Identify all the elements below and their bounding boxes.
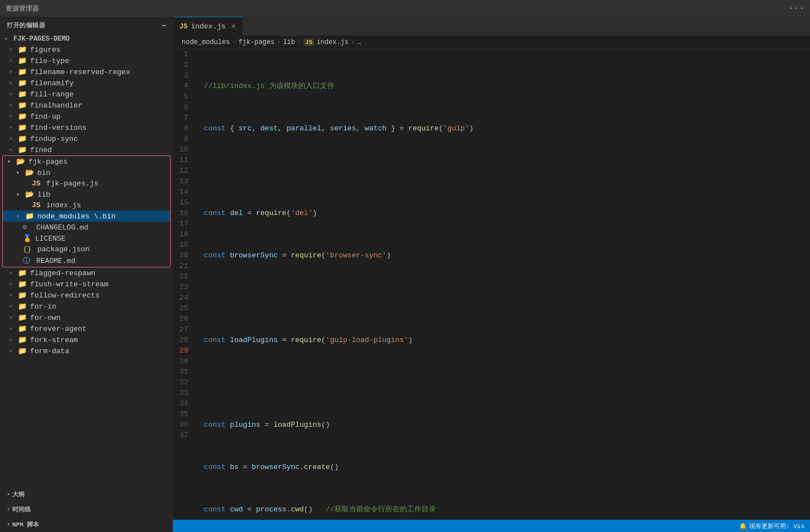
breadcrumb-node-modules: node_modules bbox=[182, 38, 230, 46]
code-line-7: const loadPlugins = require('gulp-load-p… bbox=[195, 335, 810, 345]
title-bar: 资源管理器 ··· bbox=[0, 0, 810, 17]
sidebar-item-forever-agent[interactable]: › 📁 forever-agent bbox=[0, 323, 173, 334]
breadcrumb-fjk-pages: fjk-pages bbox=[239, 38, 275, 46]
sidebar-item-findup-sync[interactable]: › 📁 findup-sync bbox=[0, 133, 173, 144]
npm-scripts-label: NPM 脚本 bbox=[12, 520, 39, 529]
code-line-8 bbox=[195, 377, 810, 388]
folder-open-icon: 📂 bbox=[25, 190, 35, 199]
folder-icon: 📁 bbox=[25, 212, 35, 221]
sidebar-item-bin[interactable]: ▾ 📂 bin bbox=[3, 167, 170, 178]
sidebar-item-lib[interactable]: ▾ 📂 lib bbox=[3, 189, 170, 200]
code-line-6 bbox=[195, 292, 810, 303]
tab-index-js[interactable]: JS index.js × bbox=[173, 17, 243, 36]
js-file-icon: JS bbox=[32, 179, 42, 188]
folder-icon: 📁 bbox=[18, 67, 28, 76]
line-numbers: 1 2 3 4 5 6 7 8 9 10 11 12 13 14 15 16 1… bbox=[173, 49, 193, 520]
editor-area: JS index.js × node_modules › fjk-pages ›… bbox=[173, 17, 810, 532]
root-folder[interactable]: ▾ FJK-PAGES-DEMO bbox=[0, 34, 173, 44]
code-editor[interactable]: 1 2 3 4 5 6 7 8 9 10 11 12 13 14 15 16 1… bbox=[173, 49, 810, 520]
folder-open-icon: 📂 bbox=[25, 168, 35, 177]
code-line-2: const { src, dest, parallel, series, wat… bbox=[195, 123, 810, 134]
folder-icon: 📁 bbox=[18, 56, 28, 65]
sidebar-item-index-js[interactable]: JS index.js bbox=[3, 200, 170, 211]
root-arrow: ▾ bbox=[4, 36, 13, 42]
breadcrumb-js-badge: JS bbox=[303, 38, 314, 46]
folder-open-icon: 📂 bbox=[16, 157, 26, 166]
sidebar-item-finalhandler[interactable]: › 📁 finalhandler bbox=[0, 100, 173, 111]
folder-icon: 📁 bbox=[18, 313, 28, 322]
sidebar-item-follow-redirects[interactable]: › 📁 follow-redirects bbox=[0, 290, 173, 301]
outline-section[interactable]: › 大纲 bbox=[0, 487, 173, 502]
npm-scripts-section[interactable]: › NPM 脚本 bbox=[0, 517, 173, 532]
code-line-11: const cwd = process.cwd() //获取当前命令行所在的工作… bbox=[195, 504, 810, 515]
sidebar-item-filename-reserved[interactable]: › 📁 filename-reserved-regex bbox=[0, 66, 173, 77]
sidebar-tree: › 📁 figures › 📁 file-type › 📁 filename-r… bbox=[0, 44, 173, 487]
sidebar-more-btn[interactable]: ⋯ bbox=[162, 22, 166, 29]
code-line-3 bbox=[195, 165, 810, 176]
folder-icon: 📁 bbox=[18, 291, 28, 300]
sidebar-header: 打开的编辑器 ⋯ bbox=[0, 17, 173, 34]
timeline-label: 时间线 bbox=[12, 505, 31, 514]
sidebar-item-for-own[interactable]: › 📁 for-own bbox=[0, 312, 173, 323]
md-file-icon: ⊘ bbox=[23, 223, 33, 232]
sidebar-item-find-up[interactable]: › 📁 find-up bbox=[0, 111, 173, 122]
sidebar-item-changelog[interactable]: ⊘ CHANGELOG.md bbox=[3, 222, 170, 233]
sidebar-item-figures[interactable]: › 📁 figures bbox=[0, 44, 173, 55]
sidebar-item-package-json[interactable]: {} package.json bbox=[3, 244, 170, 255]
folder-icon: 📁 bbox=[18, 269, 28, 277]
code-content: //lib/index.js 为该模块的入口文件 const { src, de… bbox=[193, 49, 810, 520]
folder-icon: 📁 bbox=[18, 101, 28, 110]
tab-label: index.js bbox=[191, 22, 225, 31]
sidebar-item-fill-range[interactable]: › 📁 fill-range bbox=[0, 89, 173, 100]
folder-icon: 📁 bbox=[18, 302, 28, 311]
tab-close-btn[interactable]: × bbox=[231, 22, 236, 31]
sidebar-item-find-versions[interactable]: › 📁 find-versions bbox=[0, 122, 173, 133]
sidebar-item-node-modules-bin[interactable]: › 📁 node_modules \.bin bbox=[3, 211, 170, 222]
folder-icon: 📁 bbox=[18, 346, 28, 355]
sidebar-item-license[interactable]: 🏅 LICENSE bbox=[3, 233, 170, 244]
breadcrumb-ellipsis: … bbox=[357, 38, 361, 46]
folder-icon: 📁 bbox=[18, 90, 28, 99]
main-layout: 打开的编辑器 ⋯ ▾ FJK-PAGES-DEMO › 📁 figures › … bbox=[0, 17, 810, 532]
license-file-icon: 🏅 bbox=[23, 234, 33, 243]
timeline-section[interactable]: › 时间线 bbox=[0, 502, 173, 517]
info-file-icon: ⓘ bbox=[23, 256, 33, 266]
sidebar-item-file-type[interactable]: › 📁 file-type bbox=[0, 55, 173, 66]
folder-icon: 📁 bbox=[18, 79, 28, 87]
sidebar-item-form-data[interactable]: › 📁 form-data bbox=[0, 345, 173, 357]
sidebar-item-fork-stream[interactable]: › 📁 fork-stream bbox=[0, 334, 173, 345]
sidebar-item-flush-write-stream[interactable]: › 📁 flush-write-stream bbox=[0, 279, 173, 290]
tab-js-icon: JS bbox=[180, 23, 187, 31]
status-bar: 🔔 现有更新可用: Vis bbox=[173, 520, 810, 532]
sidebar: 打开的编辑器 ⋯ ▾ FJK-PAGES-DEMO › 📁 figures › … bbox=[0, 17, 173, 532]
more-options-btn[interactable]: ··· bbox=[788, 3, 804, 13]
title-bar-text: 资源管理器 bbox=[6, 4, 39, 13]
sidebar-item-readme[interactable]: ⓘ README.md bbox=[3, 255, 170, 267]
sidebar-item-fined[interactable]: › 📁 fined bbox=[0, 144, 173, 155]
pkg-file-icon: {} bbox=[23, 245, 33, 253]
code-line-5: const browserSync = require('browser-syn… bbox=[195, 250, 810, 261]
folder-icon: 📁 bbox=[18, 134, 28, 143]
sidebar-item-flagged-respawn[interactable]: › 📁 flagged-respawn bbox=[0, 267, 173, 279]
update-notice-text: 现有更新可用: Vis bbox=[749, 522, 804, 530]
breadcrumb-filename: index.js bbox=[317, 38, 349, 46]
bell-icon: 🔔 bbox=[739, 523, 747, 530]
code-line-4: const del = require('del') bbox=[195, 208, 810, 218]
code-line-10: const bs = browserSync.create() bbox=[195, 462, 810, 472]
sidebar-item-fjk-pages-js[interactable]: JS fjk-pages.js bbox=[3, 178, 170, 189]
open-editors-label: 打开的编辑器 bbox=[7, 21, 45, 30]
fjk-pages-folder-group: ▾ 📂 fjk-pages ▾ 📂 bin JS fjk-pages.js ▾ … bbox=[2, 155, 171, 267]
root-folder-label: FJK-PAGES-DEMO bbox=[13, 35, 70, 43]
folder-icon: 📁 bbox=[18, 324, 28, 333]
folder-icon: 📁 bbox=[18, 112, 28, 121]
folder-icon: 📁 bbox=[18, 335, 28, 344]
sidebar-item-filenamify[interactable]: › 📁 filenamify bbox=[0, 77, 173, 89]
js-file-icon: JS bbox=[32, 201, 42, 209]
folder-icon: 📁 bbox=[18, 123, 28, 132]
sidebar-item-fjk-pages[interactable]: ▾ 📂 fjk-pages bbox=[3, 156, 170, 167]
outline-label: 大纲 bbox=[12, 490, 25, 499]
breadcrumb-lib: lib bbox=[283, 38, 295, 46]
sidebar-item-for-in[interactable]: › 📁 for-in bbox=[0, 301, 173, 312]
update-notice[interactable]: 🔔 现有更新可用: Vis bbox=[739, 522, 804, 530]
code-line-1: //lib/index.js 为该模块的入口文件 bbox=[195, 81, 810, 91]
